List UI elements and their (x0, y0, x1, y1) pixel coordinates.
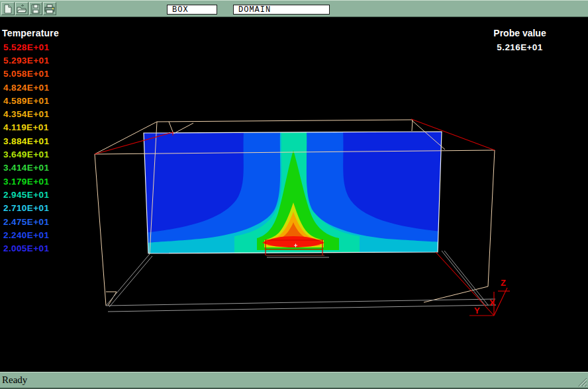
legend-title: Temperature (2, 28, 81, 38)
legend-entry: 4.589E+01 (2, 94, 81, 107)
viewport-3d[interactable]: Z X Y Temperature 5.528E+01 5.293E+01 5.… (0, 17, 588, 372)
toolbar-button-group (1, 2, 56, 15)
print-button[interactable] (43, 2, 56, 15)
probe-label: Probe value (477, 28, 563, 38)
legend-entry: 4.824E+01 (2, 81, 81, 94)
legend-entry: 2.710E+01 (2, 202, 81, 215)
print-icon (44, 4, 55, 14)
axis-indicator: Z X Y (469, 278, 510, 316)
legend-entry: 5.528E+01 (2, 40, 81, 54)
domain-name-field[interactable] (233, 5, 330, 15)
legend-entry: 4.354E+01 (2, 107, 81, 120)
legend-entry: 5.293E+01 (2, 54, 81, 67)
new-document-button[interactable] (1, 2, 15, 15)
temperature-contour-plane (144, 130, 443, 255)
new-document-icon (3, 4, 13, 14)
temperature-legend: Temperature 5.528E+01 5.293E+01 5.058E+0… (2, 28, 81, 255)
status-bar: Ready (0, 372, 588, 389)
floor-wireframe (106, 251, 496, 312)
scene-graphics: Z X Y (0, 17, 588, 372)
legend-entry: 4.119E+01 (2, 121, 81, 134)
legend-rows: 5.528E+01 5.293E+01 5.058E+01 4.824E+01 … (2, 40, 81, 255)
legend-entry: 2.240E+01 (2, 228, 81, 241)
probe-readout: Probe value 5.216E+01 (477, 28, 563, 52)
legend-entry: 5.058E+01 (2, 67, 81, 81)
save-button[interactable] (29, 2, 42, 15)
legend-entry: 3.884E+01 (2, 134, 81, 148)
legend-entry: 3.649E+01 (2, 148, 81, 161)
resize-grip-icon[interactable] (577, 377, 587, 387)
open-folder-icon (17, 4, 27, 14)
legend-entry: 2.945E+01 (2, 188, 81, 201)
legend-entry: 3.179E+01 (2, 175, 81, 188)
toolbar (0, 0, 588, 17)
axis-x-label: X (489, 298, 495, 308)
probe-value: 5.216E+01 (477, 42, 563, 52)
legend-entry: 2.005E+01 (2, 241, 81, 255)
status-message: Ready (2, 374, 27, 386)
application-window: { "toolbar": { "buttons": [ {"icon": "ne… (0, 0, 588, 389)
legend-entry: 3.414E+01 (2, 161, 81, 175)
save-floppy-icon (31, 4, 40, 14)
object-name-field[interactable] (167, 5, 217, 15)
open-file-button[interactable] (15, 2, 28, 15)
axis-z-label: Z (501, 278, 506, 288)
legend-entry: 2.475E+01 (2, 215, 81, 228)
axis-y-label: Y (474, 306, 480, 316)
